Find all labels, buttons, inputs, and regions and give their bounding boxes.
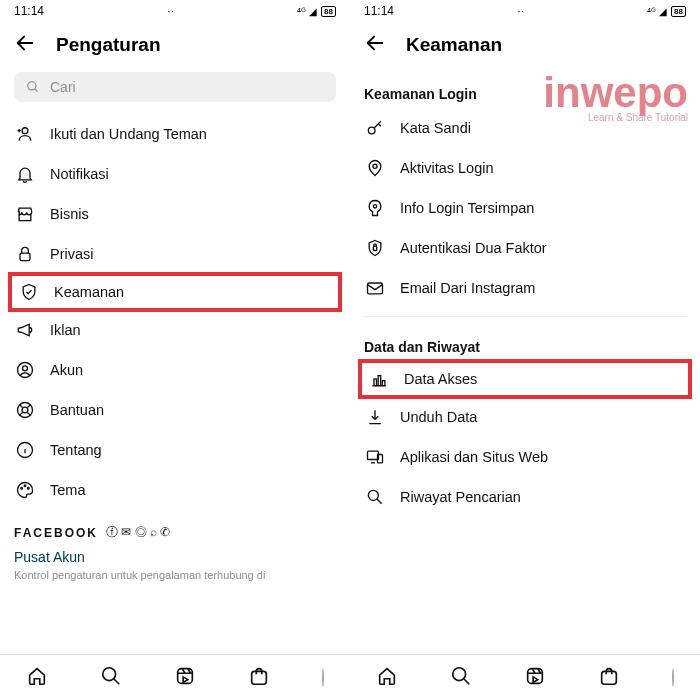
menu-item-password[interactable]: Kata Sandi — [350, 108, 700, 148]
menu-label: Ikuti dan Undang Teman — [50, 126, 207, 142]
menu-label: Tentang — [50, 442, 102, 458]
svg-rect-24 — [252, 671, 267, 684]
svg-point-25 — [453, 667, 466, 680]
menu-item-download[interactable]: Unduh Data — [350, 397, 700, 437]
pane-settings: 11:14 ·· ⁴ᴳ ◢ 88 Pengaturan Cari Ikuti d… — [0, 0, 350, 700]
menu-label: Info Login Tersimpan — [400, 200, 534, 216]
nav-home-icon[interactable] — [376, 665, 398, 691]
header: Keamanan — [350, 20, 700, 72]
status-time: 11:14 — [14, 4, 44, 18]
nav-reels-icon[interactable] — [174, 665, 196, 691]
nav-shop-icon[interactable] — [598, 665, 620, 691]
search-input[interactable]: Cari — [14, 72, 336, 102]
menu-item-2fa[interactable]: Autentikasi Dua Faktor — [350, 228, 700, 268]
back-icon[interactable] — [364, 32, 386, 58]
facebook-label: FACEBOOK ⓕ ✉ ◎ ⌕ ✆ — [0, 510, 350, 541]
page-title: Pengaturan — [56, 34, 161, 56]
menu-item-security[interactable]: Keamanan — [8, 272, 342, 312]
svg-rect-18 — [382, 381, 385, 386]
bell-icon — [14, 164, 36, 184]
menu-item-privacy[interactable]: Privasi — [0, 234, 350, 274]
person-add-icon — [14, 124, 36, 144]
menu-item-help[interactable]: Bantuan — [0, 390, 350, 430]
status-bar: 11:14 ·· ⁴ᴳ ◢ 88 — [350, 0, 700, 20]
nav-profile-avatar[interactable] — [672, 669, 674, 687]
menu-item-notif[interactable]: Notifikasi — [0, 154, 350, 194]
menu-label: Unduh Data — [400, 409, 477, 425]
svg-rect-2 — [20, 253, 30, 260]
menu-label: Keamanan — [54, 284, 124, 300]
menu-item-ads[interactable]: Iklan — [0, 310, 350, 350]
svg-point-4 — [23, 366, 28, 371]
menu-item-search-history[interactable]: Riwayat Pencarian — [350, 477, 700, 517]
fb-product-icons: ⓕ ✉ ◎ ⌕ ✆ — [106, 524, 170, 541]
menu-item-emails[interactable]: Email Dari Instagram — [350, 268, 700, 308]
nav-profile-avatar[interactable] — [322, 669, 324, 687]
status-icons: ⁴ᴳ ◢ 88 — [647, 6, 686, 17]
accounts-center-footnote: Kontrol pengaturan untuk pengalaman terh… — [0, 565, 350, 585]
section-data-history: Data dan Riwayat — [350, 325, 700, 361]
svg-point-9 — [24, 485, 26, 487]
menu-label: Bantuan — [50, 402, 104, 418]
svg-point-13 — [373, 205, 376, 208]
pane-security: 11:14 ·· ⁴ᴳ ◢ 88 Keamanan inwepo Learn &… — [350, 0, 700, 700]
menu-label: Autentikasi Dua Faktor — [400, 240, 547, 256]
divider — [364, 316, 686, 317]
mail-icon — [364, 278, 386, 298]
svg-rect-27 — [602, 671, 617, 684]
location-icon — [364, 158, 386, 178]
svg-point-8 — [21, 488, 23, 490]
menu-label: Notifikasi — [50, 166, 109, 182]
svg-point-0 — [28, 82, 36, 90]
palette-icon — [14, 480, 36, 500]
search-icon — [26, 80, 40, 94]
status-icons: ⁴ᴳ ◢ 88 — [297, 6, 336, 17]
header: Pengaturan — [0, 20, 350, 72]
nav-home-icon[interactable] — [26, 665, 48, 691]
menu-item-data-access[interactable]: Data Akses — [358, 359, 692, 399]
shop-icon — [14, 204, 36, 224]
svg-rect-19 — [368, 451, 379, 459]
shield-check-icon — [18, 282, 40, 302]
keyhole-icon — [364, 198, 386, 218]
shield-lock-icon — [364, 238, 386, 258]
menu-label: Email Dari Instagram — [400, 280, 535, 296]
section-login-security: Keamanan Login — [350, 72, 700, 108]
nav-shop-icon[interactable] — [248, 665, 270, 691]
lock-icon — [14, 244, 36, 264]
nav-search-icon[interactable] — [100, 665, 122, 691]
menu-item-invite[interactable]: Ikuti dan Undang Teman — [0, 114, 350, 154]
menu-item-login-activity[interactable]: Aktivitas Login — [350, 148, 700, 188]
nav-reels-icon[interactable] — [524, 665, 546, 691]
menu-label: Aplikasi dan Situs Web — [400, 449, 548, 465]
menu-item-saved-login[interactable]: Info Login Tersimpan — [350, 188, 700, 228]
svg-point-1 — [22, 128, 28, 134]
page-title: Keamanan — [406, 34, 502, 56]
devices-icon — [364, 447, 386, 467]
download-icon — [364, 407, 386, 427]
chart-icon — [368, 369, 390, 389]
menu-item-business[interactable]: Bisnis — [0, 194, 350, 234]
settings-menu: Ikuti dan Undang Teman Notifikasi Bisnis… — [0, 114, 350, 585]
bottom-nav — [0, 654, 700, 700]
svg-point-22 — [103, 667, 116, 680]
menu-item-theme[interactable]: Tema — [0, 470, 350, 510]
menu-item-account[interactable]: Akun — [0, 350, 350, 390]
menu-label: Riwayat Pencarian — [400, 489, 521, 505]
user-circle-icon — [14, 360, 36, 380]
svg-rect-14 — [373, 246, 376, 250]
menu-label: Akun — [50, 362, 83, 378]
menu-label: Kata Sandi — [400, 120, 471, 136]
search-placeholder: Cari — [50, 79, 76, 95]
menu-item-about[interactable]: Tentang — [0, 430, 350, 470]
back-icon[interactable] — [14, 32, 36, 58]
menu-label: Bisnis — [50, 206, 89, 222]
status-time: 11:14 — [364, 4, 394, 18]
menu-label: Privasi — [50, 246, 94, 262]
menu-item-apps-web[interactable]: Aplikasi dan Situs Web — [350, 437, 700, 477]
status-bar: 11:14 ·· ⁴ᴳ ◢ 88 — [0, 0, 350, 20]
nav-search-icon[interactable] — [450, 665, 472, 691]
menu-label: Iklan — [50, 322, 81, 338]
svg-point-12 — [373, 164, 377, 168]
accounts-center-link[interactable]: Pusat Akun — [0, 541, 350, 565]
